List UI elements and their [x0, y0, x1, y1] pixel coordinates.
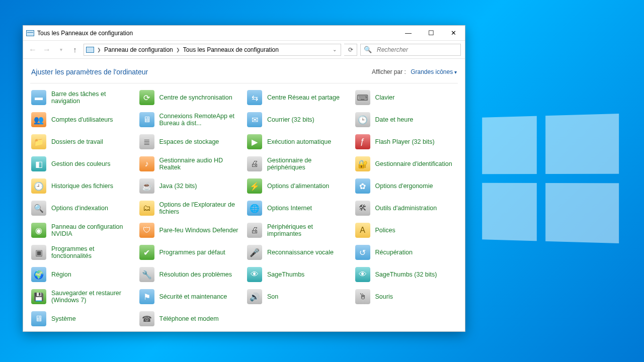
cp-item-label: Historique des fichiers	[51, 183, 113, 190]
cp-item-color-management[interactable]: ◧Gestion des couleurs	[30, 155, 134, 173]
nav-recent-dropdown[interactable]: ▾	[55, 44, 66, 55]
cp-item-label: Panneau de configuration NVIDIA	[51, 223, 133, 238]
search-icon: 🔍	[364, 46, 372, 53]
cp-item-label: Système	[51, 315, 76, 322]
cp-item-system[interactable]: 🖥Système	[30, 310, 134, 328]
cp-item-indexing-options[interactable]: 🔍Options d'indexation	[30, 199, 134, 217]
maximize-button[interactable]: ☐	[420, 26, 442, 40]
refresh-button[interactable]: ⟳	[344, 44, 357, 56]
cp-item-credential-manager[interactable]: 🔐Gestionnaire d'identification	[354, 155, 458, 173]
cp-item-sagethumbs[interactable]: 👁SageThumbs	[246, 265, 350, 284]
mail-32-icon: ✉	[247, 112, 262, 127]
control-panel-icon	[26, 30, 34, 36]
indexing-options-icon: 🔍	[31, 201, 46, 216]
admin-tools-icon: 🛠	[355, 201, 370, 216]
nav-back-button[interactable]: ←	[27, 44, 38, 55]
cp-item-backup-restore-win7[interactable]: 💾Sauvegarder et restaurer (Windows 7)	[30, 288, 134, 306]
cp-item-label: Sauvegarder et restaurer (Windows 7)	[51, 290, 133, 304]
nav-forward-button[interactable]: →	[41, 44, 52, 55]
cp-item-label: Outils d'administration	[375, 205, 437, 212]
cp-item-file-history[interactable]: 🕘Historique des fichiers	[30, 177, 134, 195]
items-area: ▬Barre des tâches et navigation⟳Centre d…	[23, 88, 465, 331]
cp-item-sync-center[interactable]: ⟳Centre de synchronisation	[138, 88, 243, 107]
search-input[interactable]	[376, 46, 457, 54]
cp-item-label: Date et heure	[375, 116, 414, 123]
cp-item-recovery[interactable]: ↺Récupération	[354, 243, 458, 261]
cp-item-taskbar-navigation[interactable]: ▬Barre des tâches et navigation	[30, 88, 134, 107]
cp-item-realtek-hd-audio[interactable]: ♪Gestionnaire audio HD Realtek	[138, 155, 243, 173]
cp-item-java-32[interactable]: ☕Java (32 bits)	[138, 177, 243, 195]
cp-item-internet-options[interactable]: 🌐Options Internet	[246, 199, 350, 217]
breadcrumb-current[interactable]: Tous les Panneaux de configuration	[183, 46, 279, 53]
cp-item-label: Téléphone et modem	[159, 315, 219, 322]
cp-item-troubleshooting[interactable]: 🔧Résolution des problèmes	[138, 265, 243, 284]
flash-player-32-icon: ƒ	[355, 134, 370, 149]
cp-item-admin-tools[interactable]: 🛠Outils d'administration	[354, 199, 458, 217]
troubleshooting-icon: 🔧	[139, 267, 154, 282]
cp-item-mouse[interactable]: 🖱Souris	[354, 288, 458, 306]
cp-item-label: Exécution automatique	[267, 138, 331, 145]
breadcrumb-root-icon	[86, 47, 94, 53]
fonts-icon: A	[355, 223, 370, 238]
cp-item-label: Gestionnaire d'identification	[375, 160, 452, 167]
cp-item-programs-features[interactable]: ▣Programmes et fonctionnalités	[30, 243, 134, 261]
region-icon: 🌍	[31, 267, 46, 282]
sagethumbs-icon: 👁	[247, 267, 262, 282]
cp-item-remoteapp-desktop[interactable]: 🖥Connexions RemoteApp et Bureau à dist..…	[138, 111, 243, 129]
java-32-icon: ☕	[139, 178, 154, 194]
cp-item-label: Programmes et fonctionnalités	[51, 245, 133, 260]
file-history-icon: 🕘	[31, 178, 46, 194]
color-management-icon: ◧	[31, 156, 46, 171]
items-grid: ▬Barre des tâches et navigation⟳Centre d…	[30, 88, 458, 328]
nav-up-button[interactable]: ↑	[69, 44, 80, 55]
cp-item-flash-player-32[interactable]: ƒFlash Player (32 bits)	[354, 133, 458, 151]
sagethumbs-32-icon: 👁	[355, 267, 370, 282]
minimize-button[interactable]: —	[397, 26, 420, 40]
cp-item-nvidia-control-panel[interactable]: ◉Panneau de configuration NVIDIA	[30, 221, 134, 239]
cp-item-label: Java (32 bits)	[159, 183, 197, 190]
cp-item-devices-printers[interactable]: 🖨Périphériques et imprimantes	[246, 221, 350, 239]
cp-item-keyboard[interactable]: ⌨Clavier	[354, 88, 458, 107]
cp-item-date-time[interactable]: 🕒Date et heure	[354, 111, 458, 129]
cp-item-label: Gestion des couleurs	[51, 160, 110, 167]
work-folders-icon: 📁	[31, 134, 46, 149]
cp-item-work-folders[interactable]: 📁Dossiers de travail	[30, 133, 134, 151]
breadcrumb-root[interactable]: Panneau de configuration	[104, 46, 173, 53]
file-explorer-options-icon: 🗂	[139, 201, 154, 216]
cp-item-file-explorer-options[interactable]: 🗂Options de l'Explorateur de fichiers	[138, 199, 243, 217]
network-sharing-center-icon: ⇆	[247, 90, 262, 105]
close-button[interactable]: ✕	[442, 26, 465, 40]
navigation-bar: ← → ▾ ↑ ❯ Panneau de configuration ❯ Tou…	[23, 41, 465, 59]
devices-printers-icon: 🖨	[247, 223, 262, 238]
cp-item-label: Clavier	[375, 94, 395, 101]
cp-item-sound[interactable]: 🔊Son	[246, 288, 350, 306]
divider	[30, 83, 458, 83]
cp-item-label: Options de l'Explorateur de fichiers	[159, 201, 242, 216]
cp-item-windows-defender-firewall[interactable]: 🛡Pare-feu Windows Defender	[138, 221, 243, 239]
search-box[interactable]: 🔍	[360, 44, 461, 56]
view-by-dropdown[interactable]: Grandes icônes	[411, 68, 457, 75]
cp-item-autoplay[interactable]: ▶Exécution automatique	[246, 133, 350, 151]
address-dropdown-icon[interactable]: ⌄	[331, 47, 339, 52]
cp-item-storage-spaces[interactable]: ≣Espaces de stockage	[138, 133, 243, 151]
cp-item-mail-32[interactable]: ✉Courrier (32 bits)	[246, 111, 350, 129]
windows-logo-backdrop	[482, 114, 619, 243]
cp-item-default-programs[interactable]: ✔Programmes par défaut	[138, 243, 243, 261]
cp-item-fonts[interactable]: APolices	[354, 221, 458, 239]
cp-item-label: Périphériques et imprimantes	[267, 223, 349, 238]
view-by-label: Afficher par :	[372, 68, 406, 75]
address-bar[interactable]: ❯ Panneau de configuration ❯ Tous les Pa…	[84, 44, 341, 56]
cp-item-label: Gestionnaire de périphériques	[267, 157, 349, 171]
cp-item-region[interactable]: 🌍Région	[30, 265, 134, 284]
cp-item-phone-modem[interactable]: ☎Téléphone et modem	[138, 310, 243, 328]
cp-item-network-sharing-center[interactable]: ⇆Centre Réseau et partage	[246, 88, 350, 107]
cp-item-sagethumbs-32[interactable]: 👁SageThumbs (32 bits)	[354, 265, 458, 284]
autoplay-icon: ▶	[247, 134, 262, 149]
cp-item-security-maintenance[interactable]: ⚑Sécurité et maintenance	[138, 288, 243, 306]
cp-item-device-manager[interactable]: 🖨Gestionnaire de périphériques	[246, 155, 350, 173]
cp-item-ease-of-access[interactable]: ✿Options d'ergonomie	[354, 177, 458, 195]
cp-item-user-accounts[interactable]: 👥Comptes d'utilisateurs	[30, 111, 134, 129]
cp-item-speech-recognition[interactable]: 🎤Reconnaissance vocale	[246, 243, 350, 261]
cp-item-power-options[interactable]: ⚡Options d'alimentation	[246, 177, 350, 195]
cp-item-label: Espaces de stockage	[159, 138, 219, 145]
